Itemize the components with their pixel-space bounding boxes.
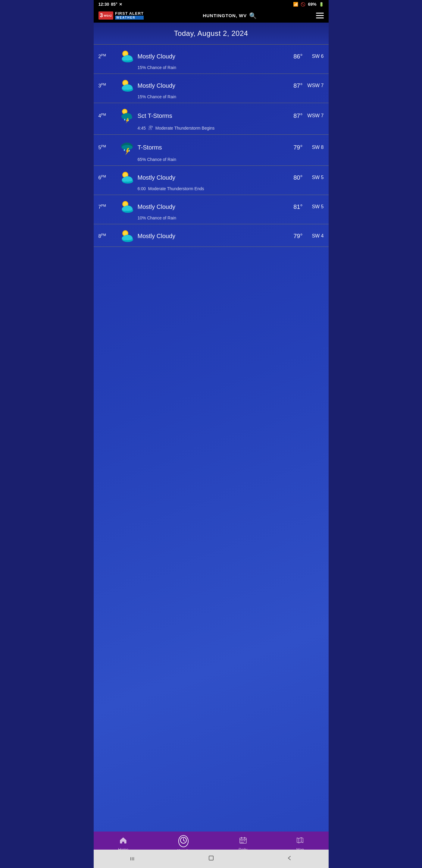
- hourly-row-4pm: 4PM Sct T-Storms: [94, 103, 329, 135]
- first-alert-text: FIRST ALERT: [115, 11, 144, 16]
- condition-2pm: Mostly Cloudy: [138, 53, 282, 60]
- status-bar: 12:30 85° ✕ 📶 🚫 69% 🔋: [94, 0, 329, 8]
- hourly-row-2pm: 2PM Mostly Cloudy: [94, 44, 329, 74]
- condition-8pm: Mostly Cloudy: [138, 233, 282, 240]
- battery-icon: 🔋: [319, 2, 324, 7]
- svg-point-60: [128, 236, 133, 240]
- svg-point-31: [124, 149, 125, 151]
- location-display: HUNTINGTON, WV 🔍: [203, 12, 257, 19]
- condition-6pm: Mostly Cloudy: [138, 174, 282, 181]
- status-left: 12:30 85° ✕: [98, 2, 123, 7]
- condition-3pm: Mostly Cloudy: [138, 82, 282, 89]
- svg-point-50: [122, 207, 127, 211]
- svg-rect-72: [242, 842, 244, 843]
- condition-5pm: T-Storms: [138, 144, 282, 151]
- svg-point-41: [122, 178, 127, 182]
- channel-logo: 3 WSAZ: [98, 11, 113, 20]
- svg-point-1: [123, 52, 127, 56]
- date-text: Today, August 2, 2024: [174, 29, 248, 37]
- weather-icon-4pm: [117, 108, 138, 124]
- condition-7pm: Mostly Cloudy: [138, 204, 282, 210]
- home-button[interactable]: [199, 854, 223, 864]
- map-icon: [296, 836, 304, 846]
- svg-rect-78: [209, 856, 213, 860]
- event-time-4pm: 4:45: [138, 126, 146, 130]
- battery-percent: 69%: [308, 2, 316, 7]
- menu-line-3: [316, 18, 324, 19]
- logo-text: FIRST ALERT WEATHER: [115, 11, 144, 20]
- no-disturb-icon: 🚫: [301, 2, 305, 7]
- hourly-row-8pm: 8PM Mostly Cloudy 79° SW 4: [94, 224, 329, 247]
- svg-point-42: [128, 178, 133, 181]
- wind-5pm: SW 8: [303, 145, 324, 150]
- hourly-row-5pm: 5PM T-Storms 79° SW 8 65% Chanc: [94, 135, 329, 166]
- svg-point-44: [123, 202, 127, 206]
- svg-point-51: [128, 207, 133, 211]
- calendar-icon: [239, 836, 247, 846]
- svg-point-19: [123, 110, 127, 113]
- hourly-row-3pm: 3PM Mostly Cloudy 87° WSW 7 15% Chance o…: [94, 74, 329, 103]
- svg-point-16: [122, 86, 127, 90]
- weather-icon-7pm: [117, 200, 138, 214]
- temp-2pm: 86°: [282, 53, 303, 60]
- event-6pm: 6:00 Moderate Thunderstorm Ends: [98, 186, 324, 191]
- hour-label-2pm: 2PM: [98, 53, 117, 59]
- channel-number: 3: [100, 12, 103, 19]
- weather-icon-8pm: [117, 229, 138, 243]
- svg-point-17: [128, 86, 133, 90]
- condition-4pm: Sct T-Storms: [138, 113, 282, 119]
- temp-6pm: 80°: [282, 174, 303, 181]
- clock-icon: [178, 835, 189, 847]
- hourly-row-7pm: 7PM Mostly Cloudy 81° SW 5 10% Chance of…: [94, 195, 329, 224]
- system-nav-bar: [94, 849, 329, 868]
- hour-label-8pm: 8PM: [98, 233, 117, 239]
- wind-7pm: SW 5: [303, 204, 324, 210]
- svg-point-35: [123, 173, 127, 177]
- app-header: 3 WSAZ FIRST ALERT WEATHER HUNTINGTON, W…: [94, 8, 329, 23]
- hourly-row-6pm: 6PM Mostly Cloudy 80° SW 5 6:00: [94, 166, 329, 195]
- sub-3pm: 15% Chance of Rain: [98, 94, 324, 99]
- date-banner: Today, August 2, 2024: [94, 23, 329, 44]
- search-button[interactable]: 🔍: [249, 12, 257, 19]
- menu-line-2: [316, 15, 324, 16]
- hour-label-7pm: 7PM: [98, 204, 117, 210]
- temp-5pm: 79°: [282, 144, 303, 151]
- temp-8pm: 79°: [282, 233, 303, 240]
- close-icon: ✕: [119, 2, 122, 7]
- recent-apps-button[interactable]: [121, 854, 145, 864]
- temp-4pm: 87°: [282, 113, 303, 119]
- back-button[interactable]: [278, 854, 301, 864]
- svg-point-53: [123, 231, 127, 236]
- svg-point-59: [122, 236, 127, 240]
- hour-label-5pm: 5PM: [98, 144, 117, 150]
- svg-rect-71: [241, 842, 241, 843]
- hamburger-menu-button[interactable]: [316, 13, 324, 19]
- temp-7pm: 81°: [282, 204, 303, 210]
- svg-point-8: [128, 57, 133, 60]
- logo-container: 3 WSAZ FIRST ALERT WEATHER: [98, 11, 144, 20]
- svg-point-10: [123, 81, 127, 85]
- temperature-status: 85°: [111, 2, 117, 7]
- sub-5pm: 65% Chance of Rain: [98, 157, 324, 162]
- wind-2pm: SW 6: [303, 54, 324, 59]
- event-icon-4pm: ⛈: [148, 125, 153, 131]
- svg-rect-69: [242, 840, 244, 841]
- event-desc-4pm: Moderate Thunderstorm Begins: [155, 126, 215, 130]
- sub-7pm: 10% Chance of Rain: [98, 216, 324, 220]
- temp-3pm: 87°: [282, 82, 303, 89]
- status-right: 📶 🚫 69% 🔋: [293, 2, 324, 7]
- svg-rect-68: [241, 840, 241, 841]
- svg-line-63: [184, 840, 185, 841]
- wind-4pm: WSW 7: [303, 113, 324, 119]
- event-4pm: 4:45 ⛈ Moderate Thunderstorm Begins: [98, 125, 324, 131]
- hour-label-6pm: 6PM: [98, 175, 117, 181]
- event-desc-6pm: Moderate Thunderstorm Ends: [148, 186, 204, 191]
- wind-3pm: WSW 7: [303, 83, 324, 88]
- event-time-6pm: 6:00: [138, 186, 146, 191]
- weather-icon-2pm: [117, 50, 138, 63]
- weather-text: WEATHER: [115, 16, 144, 20]
- wifi-icon: 📶: [293, 2, 298, 7]
- svg-point-7: [122, 56, 127, 61]
- sub-2pm: 15% Chance of Rain: [98, 65, 324, 70]
- weather-icon-5pm: [117, 140, 138, 155]
